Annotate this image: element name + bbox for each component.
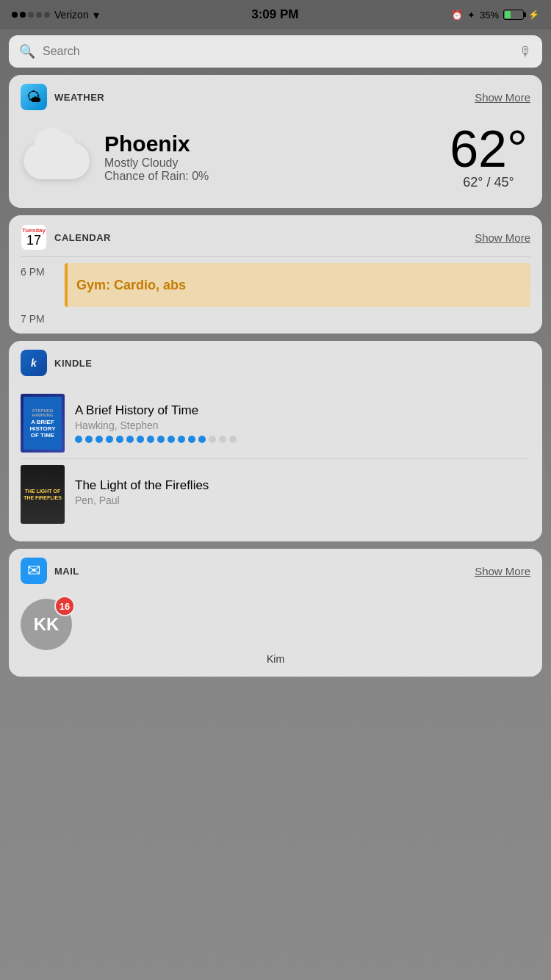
signal-dot-2 bbox=[20, 12, 26, 18]
dot bbox=[178, 436, 185, 443]
microphone-icon[interactable]: 🎙 bbox=[519, 44, 532, 60]
calendar-event-row: 6 PM Gym: Cardio, abs bbox=[21, 263, 530, 307]
event-name: Gym: Cardio, abs bbox=[76, 278, 186, 293]
book-cover-inner-1: STEPHEN HAWKING A BRIEF HISTORY OF TIME bbox=[24, 397, 62, 450]
book-item-2[interactable]: THE LIGHT OF THE FIREFLIES The Light of … bbox=[21, 459, 530, 530]
mail-content: KK 16 Kim bbox=[9, 590, 542, 677]
search-input[interactable] bbox=[43, 45, 511, 58]
battery-percent-label: 35% bbox=[480, 10, 499, 21]
mail-avatar-container: KK 16 bbox=[21, 599, 72, 650]
rain-chance: Chance of Rain: 0% bbox=[104, 170, 209, 183]
dot bbox=[219, 436, 226, 443]
charging-icon: ⚡ bbox=[528, 10, 539, 20]
dot bbox=[75, 436, 82, 443]
dot bbox=[126, 436, 134, 443]
mail-widget: ✉ MAIL Show More KK 16 Kim bbox=[9, 549, 542, 677]
signal-dot-4 bbox=[36, 12, 42, 18]
calendar-content: 6 PM Gym: Cardio, abs 7 PM bbox=[9, 256, 542, 334]
dot bbox=[106, 436, 113, 443]
calendar-widget-title: CALENDAR bbox=[54, 232, 111, 243]
signal-dot-3 bbox=[28, 12, 34, 18]
mail-widget-title: MAIL bbox=[54, 566, 79, 577]
mail-header: ✉ MAIL Show More bbox=[9, 549, 542, 590]
kindle-content: STEPHEN HAWKING A BRIEF HISTORY OF TIME … bbox=[9, 382, 542, 541]
event-time-label: 6 PM bbox=[21, 263, 65, 307]
weather-header: 🌤 WEATHER Show More bbox=[9, 75, 542, 116]
calendar-divider bbox=[21, 256, 530, 257]
dot bbox=[147, 436, 154, 443]
city-name: Phoenix bbox=[104, 131, 209, 156]
mail-badge: 16 bbox=[54, 596, 75, 616]
weather-widget: 🌤 WEATHER Show More Phoenix Mostly Cloud… bbox=[9, 75, 542, 208]
book-author-1: Hawking, Stephen bbox=[75, 419, 530, 431]
carrier-label: Verizon bbox=[54, 9, 89, 21]
search-bar[interactable]: 🔍 🎙 bbox=[9, 35, 542, 68]
dot bbox=[96, 436, 103, 443]
dot bbox=[188, 436, 195, 443]
wifi-icon: ▾ bbox=[93, 8, 99, 22]
weather-app-icon: 🌤 bbox=[21, 84, 47, 110]
dot bbox=[209, 436, 216, 443]
book-info-2: The Light of the Fireflies Pen, Paul bbox=[75, 478, 530, 511]
mail-app-icon: ✉ bbox=[21, 558, 47, 584]
event-block[interactable]: Gym: Cardio, abs bbox=[65, 263, 530, 307]
mail-sender-name: Kim bbox=[21, 653, 530, 665]
calendar-show-more-button[interactable]: Show More bbox=[475, 231, 530, 244]
weather-temp: 62° 62° / 45° bbox=[450, 123, 527, 190]
search-icon: 🔍 bbox=[19, 43, 35, 60]
weather-widget-title: WEATHER bbox=[54, 92, 104, 103]
calendar-header-left: Tuesday 17 CALENDAR bbox=[21, 224, 111, 251]
weather-header-left: 🌤 WEATHER bbox=[21, 84, 104, 110]
weather-info: Phoenix Mostly Cloudy Chance of Rain: 0% bbox=[104, 131, 209, 183]
signal-dot-1 bbox=[12, 12, 18, 18]
kindle-icon-img: k bbox=[21, 350, 47, 376]
book-cover-1: STEPHEN HAWKING A BRIEF HISTORY OF TIME bbox=[21, 394, 65, 453]
avatar-initials: KK bbox=[34, 614, 60, 635]
book-progress-1 bbox=[75, 436, 530, 443]
dot bbox=[229, 436, 237, 443]
calendar-header: Tuesday 17 CALENDAR Show More bbox=[9, 215, 542, 256]
signal-dot-5 bbox=[44, 12, 50, 18]
weather-condition: Mostly Cloudy bbox=[104, 156, 209, 170]
cloud-shape bbox=[24, 143, 90, 179]
badge-count: 16 bbox=[60, 601, 70, 612]
cloud-icon bbox=[24, 135, 90, 179]
book-item-1[interactable]: STEPHEN HAWKING A BRIEF HISTORY OF TIME … bbox=[21, 388, 530, 458]
dot bbox=[157, 436, 165, 443]
calendar-app-icon: Tuesday 17 bbox=[21, 224, 47, 251]
kindle-widget-title: KINDLE bbox=[54, 358, 92, 369]
kindle-app-icon: k bbox=[21, 350, 47, 376]
weather-left: Phoenix Mostly Cloudy Chance of Rain: 0% bbox=[24, 131, 209, 183]
dot bbox=[137, 436, 144, 443]
battery-body bbox=[503, 10, 524, 20]
time-display: 3:09 PM bbox=[251, 7, 298, 22]
book-info-1: A Brief History of Time Hawking, Stephen bbox=[75, 403, 530, 443]
battery-fill bbox=[505, 11, 511, 18]
battery-indicator bbox=[503, 10, 524, 20]
book-title-2: The Light of the Fireflies bbox=[75, 478, 530, 493]
dot bbox=[198, 436, 206, 443]
kindle-header: k KINDLE bbox=[9, 341, 542, 382]
signal-dots bbox=[12, 12, 50, 18]
mail-show-more-button[interactable]: Show More bbox=[475, 565, 530, 577]
temperature-large: 62° bbox=[450, 123, 527, 175]
weather-content: Phoenix Mostly Cloudy Chance of Rain: 0%… bbox=[9, 116, 542, 208]
status-bar: Verizon ▾ 3:09 PM ⏰ ✦ 35% ⚡ bbox=[0, 0, 551, 29]
calendar-widget: Tuesday 17 CALENDAR Show More 6 PM Gym: … bbox=[9, 215, 542, 334]
weather-show-more-button[interactable]: Show More bbox=[475, 91, 530, 104]
kindle-header-left: k KINDLE bbox=[21, 350, 92, 376]
book-cover-2: THE LIGHT OF THE FIREFLIES bbox=[21, 465, 65, 524]
alarm-icon: ⏰ bbox=[451, 10, 463, 21]
bluetooth-icon: ✦ bbox=[467, 10, 475, 21]
calendar-day-num: 17 bbox=[26, 234, 41, 247]
next-time-label: 7 PM bbox=[21, 313, 65, 325]
status-right: ⏰ ✦ 35% ⚡ bbox=[451, 10, 539, 21]
book-author-2: Pen, Paul bbox=[75, 494, 530, 506]
book-title-1: A Brief History of Time bbox=[75, 403, 530, 418]
status-left: Verizon ▾ bbox=[12, 8, 99, 22]
mail-header-left: ✉ MAIL bbox=[21, 558, 79, 584]
dot bbox=[116, 436, 123, 443]
dot bbox=[85, 436, 93, 443]
dot bbox=[168, 436, 175, 443]
kindle-widget: k KINDLE STEPHEN HAWKING A BRIEF HISTORY… bbox=[9, 341, 542, 541]
